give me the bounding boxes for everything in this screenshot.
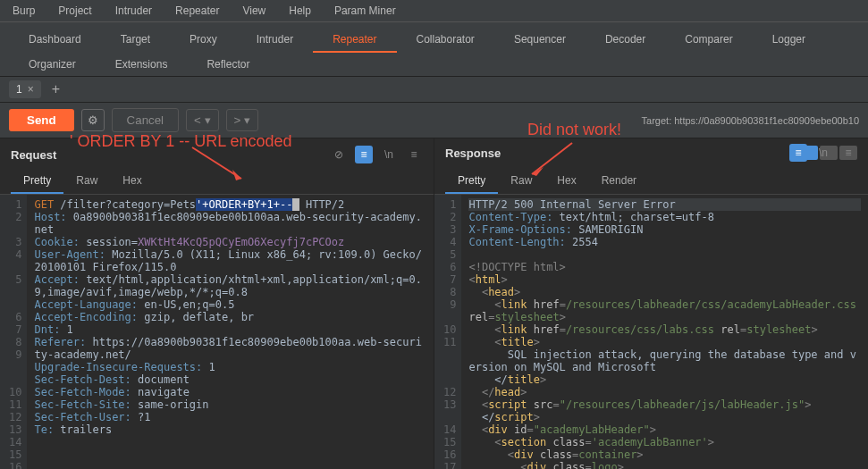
hide-icon[interactable]: ⊘ [330, 146, 348, 163]
tab-collaborator[interactable]: Collaborator [397, 28, 494, 53]
menu-repeater[interactable]: Repeater [172, 2, 223, 20]
main-tabbar: Dashboard Target Proxy Intruder Repeater… [0, 22, 868, 77]
tab-extensions[interactable]: Extensions [96, 53, 188, 76]
menubar: Burp Project Intruder Repeater View Help… [0, 0, 868, 22]
response-view-tabs: Pretty Raw Hex Render [434, 169, 868, 195]
tab-target[interactable]: Target [101, 28, 170, 53]
tab-organizer[interactable]: Organizer [9, 53, 96, 76]
request-editor[interactable]: 1234567891011121314151617 GET /filter?ca… [0, 195, 434, 469]
forward-button[interactable]: > ▾ [226, 109, 259, 131]
equals-icon[interactable]: ≡ [355, 146, 373, 163]
request-title: Request [11, 148, 56, 162]
add-tab-button[interactable]: + [52, 81, 60, 97]
response-tab-pretty[interactable]: Pretty [445, 169, 498, 194]
menu-project[interactable]: Project [55, 2, 95, 20]
repeater-subtabs: 1 × + [0, 77, 868, 103]
tab-sequencer[interactable]: Sequencer [494, 28, 586, 53]
tab-decoder[interactable]: Decoder [586, 28, 665, 53]
menu-view[interactable]: View [239, 2, 269, 20]
request-gutter: 1234567891011121314151617 [0, 195, 27, 469]
request-tab-hex[interactable]: Hex [110, 169, 154, 194]
response-tab-render[interactable]: Render [589, 169, 649, 194]
tab-dashboard[interactable]: Dashboard [9, 28, 101, 53]
menu-help[interactable]: Help [285, 2, 315, 20]
response-tab-raw[interactable]: Raw [498, 169, 544, 194]
tab-comparer[interactable]: Comparer [665, 28, 752, 53]
tab-reflector[interactable]: Reflector [187, 53, 269, 76]
menu-intruder[interactable]: Intruder [112, 2, 156, 20]
response-pane: Response ≡ \n ≡ Pretty Raw Hex Render 12… [434, 138, 868, 469]
menu-icon[interactable]: ≡ [405, 146, 423, 163]
repeater-tab-1[interactable]: 1 × [9, 80, 41, 98]
menu-param-miner[interactable]: Param Miner [331, 2, 400, 20]
response-tab-hex[interactable]: Hex [544, 169, 588, 194]
tab-proxy[interactable]: Proxy [170, 28, 237, 53]
response-editor[interactable]: 123456789101112131415161718 HTTP/2 500 I… [434, 195, 868, 469]
menu-burp[interactable]: Burp [9, 2, 38, 20]
tab-repeater[interactable]: Repeater [313, 28, 396, 53]
send-button[interactable]: Send [9, 109, 74, 131]
response-code[interactable]: HTTP/2 500 Internal Server Error Content… [461, 195, 868, 469]
menu-icon[interactable]: ≡ [839, 144, 857, 162]
toolbar: Send ⚙ Cancel < ▾ > ▾ Target: https://0a… [0, 103, 868, 138]
request-tab-raw[interactable]: Raw [63, 169, 110, 194]
cancel-button[interactable]: Cancel [112, 108, 180, 132]
tab-logger[interactable]: Logger [753, 28, 825, 53]
gear-icon[interactable]: ⚙ [81, 109, 105, 131]
newline-icon[interactable]: \n [380, 146, 398, 163]
back-button[interactable]: < ▾ [186, 109, 219, 131]
equals-icon[interactable]: ≡ [789, 144, 807, 162]
tab-intruder[interactable]: Intruder [237, 28, 313, 53]
target-label: Target: https://0a8900b90381f1ec80909ebe… [642, 115, 859, 126]
request-view-tabs: Pretty Raw Hex [0, 169, 434, 195]
response-gutter: 123456789101112131415161718 [434, 195, 461, 469]
close-icon[interactable]: × [28, 83, 34, 96]
request-pane: Request ⊘ ≡ \n ≡ Pretty Raw Hex 12345678… [0, 138, 434, 469]
request-tab-pretty[interactable]: Pretty [11, 169, 63, 194]
repeater-tab-label: 1 [16, 83, 22, 96]
request-code[interactable]: GET /filter?category=Pets'+ORDER+BY+1+--… [27, 195, 434, 469]
newline-icon[interactable]: \n [814, 144, 832, 162]
